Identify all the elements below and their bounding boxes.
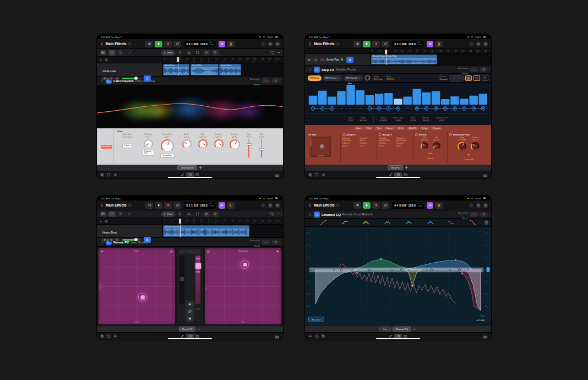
display-mode-button[interactable] [260,41,266,47]
automation-mode[interactable]: AutomationRead [458,64,468,75]
rotate-tool-button[interactable] [176,211,183,217]
ruler-tick[interactable]: 4 [394,49,401,53]
parameter[interactable]: Release Curve0.00 [435,117,448,122]
metronome-button[interactable] [227,202,235,209]
sync-button[interactable]: Decay Sync [160,154,174,158]
ruler-tick[interactable]: 9 [223,218,231,224]
assign-cell[interactable]: Y Target 1Mod FX Mix [379,137,394,142]
loop-tool-button[interactable] [203,50,210,56]
stop-fx-button[interactable] [187,316,194,322]
ruler-tick[interactable]: 4 [186,57,193,63]
metronome-button[interactable] [435,202,443,209]
ruler-tick[interactable]: 5 [193,57,201,63]
editors-button[interactable] [117,211,124,217]
plugin-window-button[interactable] [480,67,488,72]
low-shelf-band-icon[interactable] [341,220,349,225]
fx-tab-delay[interactable]: Delay [420,127,430,131]
ruler-tick[interactable]: 16 [275,218,283,224]
playhead[interactable] [180,225,181,237]
sync-button[interactable]: Predelay Sync [142,150,154,156]
ruler-tick[interactable]: 16 [483,49,491,53]
ruler-tick[interactable]: 15 [476,49,484,53]
step-bar[interactable] [394,99,402,105]
eq-band-handle[interactable] [356,272,358,274]
keyboard-icon[interactable] [483,173,488,178]
bar-ruler[interactable]: 12345678910111213141516 [163,218,283,224]
stop-button[interactable] [353,41,361,47]
vertical-slider[interactable] [259,139,264,158]
steps-view-button[interactable] [465,75,472,81]
plugin-chip[interactable]: Remix FX [179,327,195,332]
automation-mode[interactable]: AutomationRead [250,75,260,86]
step-bar[interactable] [413,89,421,105]
home-indicator[interactable] [168,338,212,340]
back-icon[interactable] [100,42,104,46]
loops-icon[interactable] [107,173,111,177]
plugin-window-button[interactable] [480,212,488,217]
list-icon[interactable] [113,173,117,177]
loops-icon[interactable] [107,334,111,338]
plugin-more-button[interactable] [470,212,478,217]
mixer-view-button[interactable] [108,50,116,56]
record-enable-button[interactable]: R [115,238,119,242]
tool-selector[interactable]: Free [161,211,175,217]
loop-tool-button[interactable] [203,211,210,217]
ruler-tick[interactable]: 10 [231,57,238,63]
step-bar[interactable] [309,96,317,105]
eq-settings-gear-icon[interactable] [484,220,489,225]
lcd-display[interactable]: 3 4 1 069 128.0 4/4C maj [392,41,424,47]
target-control[interactable]: TargetFilt Freq [373,75,382,80]
ruler-tick[interactable]: 8 [423,49,431,53]
back-icon[interactable] [308,203,312,208]
eye-icon[interactable] [308,334,312,338]
glue-tool-button[interactable] [211,211,219,217]
lock-icon[interactable] [206,249,210,253]
layers-icon[interactable] [322,334,325,338]
fx-badge[interactable] [144,237,151,243]
eq-band-handle[interactable] [430,269,432,271]
ruler-tick[interactable]: 13 [461,49,469,53]
back-icon[interactable] [100,203,104,208]
step-bar[interactable] [479,94,487,105]
session-player-badge[interactable] [219,41,225,47]
stop-button[interactable] [353,202,361,209]
more-button[interactable] [275,41,280,47]
title-menu-button[interactable] [336,42,340,46]
home-indicator[interactable] [376,338,420,340]
settings-button[interactable] [268,203,273,208]
ruler-tick[interactable]: 13 [253,57,261,63]
fx-knob[interactable]: F. Back-26.2 % [471,137,480,151]
eq-band-handle[interactable] [454,259,456,261]
title-menu-button[interactable] [128,42,132,46]
more-button[interactable] [483,41,488,47]
ruler-tick[interactable]: 12 [246,57,253,63]
ruler-tick[interactable]: 6 [200,218,208,224]
bar-ruler[interactable]: 12345678910111213141516 [371,49,491,53]
parameter[interactable]: Rate1/16 [349,117,353,122]
project-title[interactable]: Main Effects [106,203,127,207]
more-icon[interactable] [276,51,280,55]
collapse-button[interactable] [179,249,201,254]
record-enable-button[interactable]: R [320,58,325,62]
keyboard-icon[interactable] [275,173,280,178]
ruler-tick[interactable]: 10 [439,49,447,53]
ruler-tick[interactable]: 2 [171,218,178,224]
crossfader-slider[interactable] [179,256,184,304]
region[interactable]: Arcade Dreams Travel Pad [371,55,437,65]
home-indicator[interactable] [168,177,212,178]
project-title[interactable]: Main Effects [314,203,335,207]
step-bar[interactable] [460,99,468,105]
ruler-tick[interactable]: 15 [268,57,276,63]
reverb-mode[interactable]: ModeRoom [415,150,445,159]
inspector-button[interactable] [100,211,107,217]
split-tool-button[interactable] [185,211,192,217]
mute-button[interactable]: M [102,77,107,80]
knob-control[interactable] [458,142,466,151]
cycle-button[interactable] [173,41,181,47]
project-title[interactable]: Main Effects [106,42,127,46]
ruler-tick[interactable]: 1 [163,57,171,63]
session-player-badge[interactable] [427,41,433,47]
plugin-window-button[interactable] [271,78,280,83]
loops-icon[interactable] [315,173,319,177]
snap-setting[interactable]: Snap1/4 [270,212,274,216]
